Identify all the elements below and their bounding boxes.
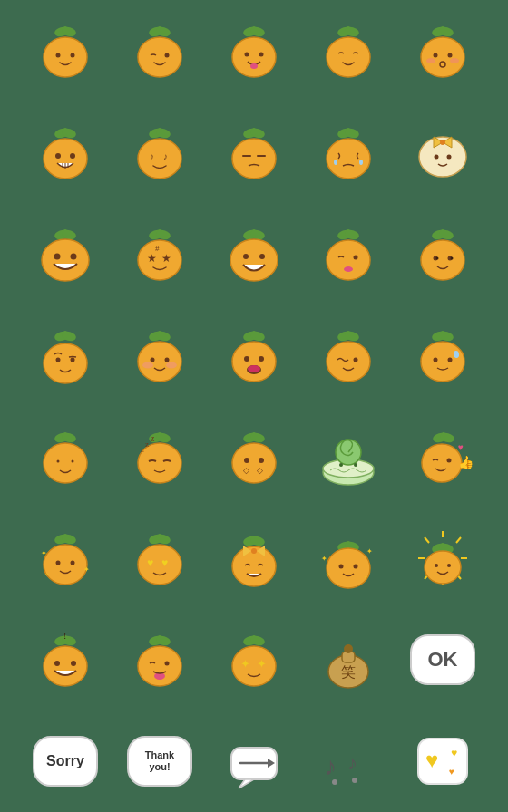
sticker-29[interactable]: ✦ ✦ ✧ ✧ <box>303 509 394 607</box>
svg-point-190 <box>339 565 344 569</box>
svg-point-135 <box>57 460 60 463</box>
svg-point-62 <box>435 155 439 160</box>
svg-text:♪: ♪ <box>347 751 357 774</box>
sticker-16[interactable] <box>20 306 111 404</box>
sticker-14[interactable] <box>303 205 394 303</box>
sticker-27[interactable]: ♥ ♥ <box>114 509 205 607</box>
svg-point-49 <box>232 139 276 179</box>
svg-rect-121 <box>347 331 350 338</box>
sticker-18[interactable] <box>209 306 299 404</box>
svg-rect-48 <box>252 128 256 135</box>
svg-text:✧: ✧ <box>326 572 330 577</box>
svg-point-68 <box>54 254 61 260</box>
svg-rect-66 <box>64 229 67 237</box>
sticker-2[interactable] <box>114 2 205 100</box>
svg-text:✧: ✧ <box>44 572 49 577</box>
sticker-38[interactable] <box>209 712 299 810</box>
sticker-17[interactable] <box>114 306 205 404</box>
svg-point-160 <box>422 444 462 482</box>
svg-point-55 <box>327 139 370 179</box>
sticker-11[interactable] <box>20 205 111 303</box>
svg-point-128 <box>434 358 438 362</box>
svg-point-114 <box>232 342 276 382</box>
svg-rect-33 <box>64 128 67 135</box>
sticker-3[interactable] <box>209 2 299 100</box>
sticker-34[interactable]: 笑 <box>303 611 394 709</box>
svg-text:✦: ✦ <box>240 657 250 671</box>
sticker-5[interactable] <box>397 2 488 100</box>
sticker-32[interactable] <box>114 611 205 709</box>
sticker-4[interactable] <box>303 2 394 100</box>
svg-text:z: z <box>141 446 144 454</box>
svg-point-5 <box>71 53 75 58</box>
svg-point-185 <box>251 548 257 554</box>
sticker-25[interactable]: 👍 ♥ <box>397 408 488 506</box>
svg-text:笑: 笑 <box>341 664 356 680</box>
svg-point-169 <box>71 561 75 566</box>
svg-point-96 <box>451 257 454 260</box>
sticker-10[interactable] <box>397 103 488 201</box>
svg-point-92 <box>421 240 464 280</box>
svg-point-161 <box>447 459 452 463</box>
sticker-15[interactable] <box>397 205 488 303</box>
svg-rect-99 <box>64 331 67 338</box>
sticker-12[interactable]: ★ ★ # <box>114 205 205 303</box>
svg-text:✦: ✦ <box>83 566 90 574</box>
svg-point-191 <box>354 565 358 569</box>
svg-point-35 <box>55 153 61 159</box>
svg-rect-105 <box>158 331 161 338</box>
sticker-31[interactable]: ! <box>20 611 111 709</box>
svg-text:♥: ♥ <box>161 556 168 569</box>
sticker-9[interactable] <box>303 103 394 201</box>
svg-text:z: z <box>145 440 149 449</box>
svg-text:✦: ✦ <box>366 547 373 556</box>
sticker-28[interactable] <box>209 509 299 607</box>
svg-point-189 <box>327 548 370 588</box>
sticker-30[interactable] <box>397 509 488 607</box>
svg-rect-20 <box>347 26 350 34</box>
ok-text: OK <box>428 648 458 672</box>
svg-rect-79 <box>252 229 256 237</box>
sticker-13[interactable] <box>209 205 299 303</box>
sticker-36[interactable]: Sorry <box>20 712 111 810</box>
svg-line-197 <box>456 537 461 543</box>
sticker-37[interactable]: Thankyou! <box>114 712 205 810</box>
svg-text:♪: ♪ <box>324 752 337 780</box>
svg-rect-146 <box>252 432 256 440</box>
svg-text:♥: ♥ <box>458 442 464 452</box>
sticker-24[interactable] <box>303 408 394 506</box>
svg-point-87 <box>354 256 358 260</box>
svg-point-116 <box>259 356 264 362</box>
sticker-35[interactable]: OK <box>397 611 488 709</box>
sticker-20[interactable] <box>397 306 488 404</box>
sticker-21[interactable] <box>20 408 111 506</box>
sticker-23[interactable]: ◇ ◇ <box>209 408 299 506</box>
svg-text:#: # <box>155 244 160 253</box>
svg-point-14 <box>232 37 276 77</box>
svg-point-102 <box>71 358 75 362</box>
sticker-1[interactable] <box>20 2 111 100</box>
sticker-22[interactable]: z z z <box>114 408 205 506</box>
sticker-8[interactable] <box>209 103 299 201</box>
sticker-40[interactable]: ♥ ♥ ♥ <box>397 712 488 810</box>
sorry-text: Sorry <box>46 753 84 769</box>
svg-text:♥: ♥ <box>449 767 454 777</box>
svg-text:♥: ♥ <box>147 556 153 569</box>
svg-rect-181 <box>252 536 256 543</box>
sticker-39[interactable]: ♪ ♪ <box>303 712 394 810</box>
svg-rect-42 <box>158 128 161 135</box>
svg-point-17 <box>250 63 258 69</box>
svg-point-88 <box>344 266 353 272</box>
sticker-7[interactable]: ♪ ♪ <box>114 103 205 201</box>
sticker-6[interactable] <box>20 103 111 201</box>
sticker-33[interactable]: ✦ ✦ <box>209 611 299 709</box>
svg-point-213 <box>44 646 87 686</box>
svg-rect-85 <box>347 229 350 237</box>
sorry-bubble: Sorry <box>33 736 98 787</box>
sticker-26[interactable]: ✦ ✦ ✧ <box>20 509 111 607</box>
svg-point-67 <box>42 239 89 281</box>
sticker-19[interactable] <box>303 306 394 404</box>
svg-rect-166 <box>64 534 67 541</box>
svg-text:♪: ♪ <box>150 151 154 161</box>
svg-rect-113 <box>252 331 256 338</box>
